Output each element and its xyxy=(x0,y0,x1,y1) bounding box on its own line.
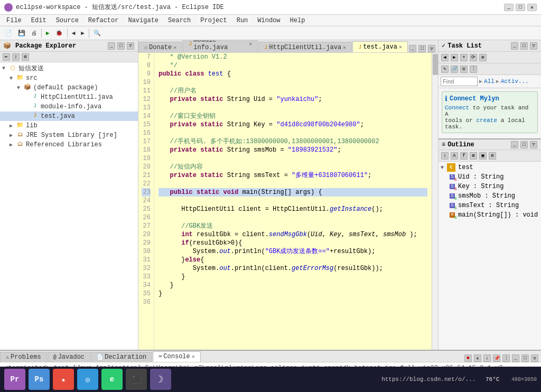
ol-btn-1[interactable]: ↕ xyxy=(441,152,449,160)
outline-item-main[interactable]: M s main(String[]) : void xyxy=(439,210,541,220)
taskbar-browser[interactable]: ◎ xyxy=(77,369,98,390)
maximize-button[interactable]: □ xyxy=(516,4,525,11)
code-content[interactable]: * @Version V1.2 */ public class test { /… xyxy=(154,53,432,350)
prev-button[interactable]: ◀ xyxy=(69,28,78,38)
find-all-label[interactable]: All xyxy=(484,78,495,85)
save-button[interactable]: 💾 xyxy=(15,28,28,38)
tree-item-jre[interactable]: ▶ 🗂 JRE System Library [jre] xyxy=(0,130,138,140)
menu-search[interactable]: Search xyxy=(164,16,195,25)
menu-run[interactable]: Run xyxy=(232,16,253,25)
moduleinfo-tab-close[interactable]: ✕ xyxy=(249,41,252,47)
tl-btn-5[interactable]: ⚙ xyxy=(479,54,487,61)
search-global-button[interactable]: 🔍 xyxy=(91,28,104,38)
menu-navigate[interactable]: Navigate xyxy=(124,16,163,25)
outline-item-smstext[interactable]: S s smsText : String xyxy=(439,201,541,210)
tab-module-info[interactable]: J module-info.java ✕ xyxy=(183,40,258,52)
tree-item-project[interactable]: ▼ ⬡ 短信发送 xyxy=(0,63,138,73)
tl-btn-2[interactable]: ▶ xyxy=(451,54,458,61)
donate-tab-close[interactable]: ✕ xyxy=(173,44,176,51)
hcu-tab-close[interactable]: ✕ xyxy=(343,44,346,51)
menu-edit[interactable]: Edit xyxy=(27,16,51,25)
tl-btn-a[interactable]: ✎ xyxy=(441,66,449,73)
bottom-tab-problems[interactable]: ⚠ Problems xyxy=(0,352,47,362)
pe-menu[interactable]: ▽ xyxy=(127,42,134,50)
menu-project[interactable]: Project xyxy=(196,16,231,25)
bt-minimize[interactable]: _ xyxy=(512,354,519,362)
minimize-button[interactable]: _ xyxy=(504,4,514,11)
bottom-tab-javadoc[interactable]: @ Javadoc xyxy=(48,352,90,362)
bottom-tab-console[interactable]: ⌨ Console ✕ xyxy=(153,351,200,362)
tree-item-httpclientutil[interactable]: ▶ J HttpClientUtil.java xyxy=(0,92,138,102)
tab-httpclientutil[interactable]: J HttpClientUtil.java ✕ xyxy=(258,42,352,52)
taskbar-edge[interactable]: e xyxy=(101,369,123,390)
tab-test[interactable]: J test.java ✕ xyxy=(352,41,408,52)
scrollbar-thumb[interactable] xyxy=(433,54,438,75)
taskbar-photoshop[interactable]: Ps xyxy=(29,369,50,390)
tl-maximize[interactable]: □ xyxy=(520,42,528,50)
menu-source[interactable]: Source xyxy=(52,16,83,25)
ol-btn-6[interactable]: ⚙ xyxy=(489,152,496,160)
editor-content[interactable]: 7 8 9 10 11 12 13 14 15 16 17 18 19 20 2… xyxy=(138,53,438,350)
pe-minimize[interactable]: _ xyxy=(108,42,115,50)
ol-minimize[interactable]: _ xyxy=(511,141,518,148)
tree-item-default-package[interactable]: ▼ 📦 (default package) xyxy=(0,83,138,92)
tl-btn-c[interactable]: ⊡ xyxy=(460,66,468,73)
tl-btn-4[interactable]: ⟳ xyxy=(470,54,477,61)
ol-maximize[interactable]: □ xyxy=(520,141,528,148)
outline-item-test[interactable]: ▼ C test xyxy=(439,163,541,172)
editor-minimize[interactable]: _ xyxy=(409,45,416,52)
pe-maximize[interactable]: □ xyxy=(117,42,125,50)
mylyn-create-link[interactable]: create xyxy=(476,117,497,124)
outline-item-key[interactable]: S s Key : String xyxy=(439,182,541,191)
tl-btn-d[interactable]: ⋮ xyxy=(470,66,477,73)
bt-scroll[interactable]: ↓ xyxy=(483,354,491,362)
tree-item-moduleinfo[interactable]: ▶ J module-info.java xyxy=(0,102,138,111)
menu-file[interactable]: File xyxy=(2,16,26,25)
ol-btn-3[interactable]: f xyxy=(460,152,468,160)
console-tab-close[interactable]: ✕ xyxy=(192,353,195,360)
find-active-label[interactable]: Activ... xyxy=(501,78,529,85)
tl-btn-b[interactable]: 🔗 xyxy=(451,66,458,73)
ol-btn-4[interactable]: ⊞ xyxy=(470,152,477,160)
pe-settings[interactable]: ⚙ xyxy=(22,53,29,61)
tl-menu[interactable]: ▽ xyxy=(530,42,537,50)
mylyn-connect-link[interactable]: Connect xyxy=(445,105,469,111)
menu-help[interactable]: Help xyxy=(286,16,310,25)
bottom-tab-declaration[interactable]: 📄 Declaration xyxy=(91,352,152,362)
tree-item-src[interactable]: ▼ 📁 src xyxy=(0,73,138,83)
taskbar-red-app[interactable]: ★ xyxy=(53,369,74,390)
tree-item-test[interactable]: ▶ J test.java xyxy=(0,111,138,121)
bt-maximize[interactable]: □ xyxy=(521,354,529,362)
pe-collapse-all[interactable]: ⇤ xyxy=(3,53,10,61)
bt-more[interactable]: ⋮ xyxy=(502,354,510,362)
tree-item-ref-libs[interactable]: ▶ 🗂 Referenced Libraries xyxy=(0,140,138,150)
tree-item-lib[interactable]: ▶ 📁 lib xyxy=(0,121,138,130)
print-button[interactable]: 🖨 xyxy=(29,28,40,38)
outline-item-uid[interactable]: S s Uid : String xyxy=(439,172,541,182)
tl-btn-3[interactable]: + xyxy=(460,54,468,61)
outline-item-smsmob[interactable]: S s smsMob : String xyxy=(439,191,541,201)
tl-btn-1[interactable]: ◀ xyxy=(441,54,449,61)
find-input[interactable] xyxy=(441,77,478,86)
tab-donate[interactable]: ◎ Donate ✕ xyxy=(138,42,182,52)
menu-refactor[interactable]: Refactor xyxy=(84,16,123,25)
bt-stop[interactable]: ■ xyxy=(464,354,472,362)
editor-maximize[interactable]: □ xyxy=(418,45,426,52)
editor-menu[interactable]: ▽ xyxy=(428,45,435,52)
ol-btn-2[interactable]: A xyxy=(451,152,458,160)
menu-window[interactable]: Window xyxy=(253,16,284,25)
taskbar-cmd[interactable]: ⬛ xyxy=(126,369,147,390)
taskbar-premiere[interactable]: Pr xyxy=(4,369,25,390)
next-button[interactable]: ▶ xyxy=(78,28,87,38)
new-button[interactable]: 📄 xyxy=(2,28,15,38)
editor-scrollbar[interactable] xyxy=(432,53,438,350)
debug-button[interactable]: 🐞 xyxy=(53,28,66,38)
bt-clear[interactable]: ✕ xyxy=(474,354,481,362)
run-button[interactable]: ▶ xyxy=(43,28,52,38)
ol-menu[interactable]: ▽ xyxy=(530,141,537,148)
pe-sync[interactable]: ↕ xyxy=(12,53,20,61)
taskbar-eclipse[interactable]: ☽ xyxy=(150,369,171,390)
bt-menu[interactable]: ▽ xyxy=(531,354,538,362)
ol-btn-5[interactable]: ▣ xyxy=(479,152,487,160)
close-button[interactable]: ✕ xyxy=(527,4,537,11)
